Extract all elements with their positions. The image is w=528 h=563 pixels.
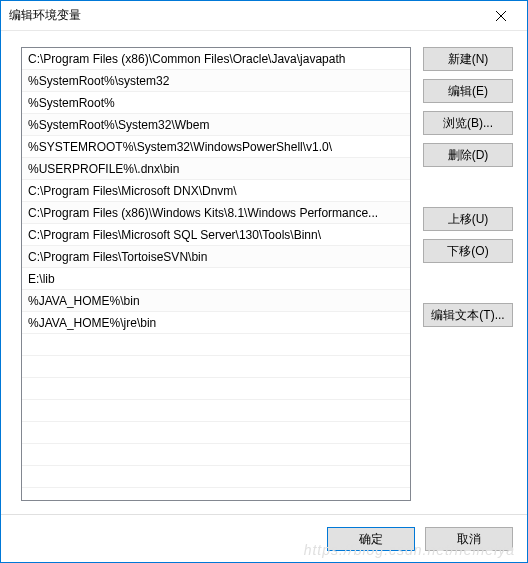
list-empty-row	[22, 378, 410, 400]
delete-button[interactable]: 删除(D)	[423, 143, 513, 167]
list-item[interactable]: %SystemRoot%	[22, 92, 410, 114]
footer: 确定 取消 https://blog.csdn.net/heiheiya	[1, 514, 527, 562]
list-item[interactable]: E:\lib	[22, 268, 410, 290]
spacer	[423, 271, 513, 295]
list-item[interactable]: %USERPROFILE%\.dnx\bin	[22, 158, 410, 180]
list-item[interactable]: %SystemRoot%\system32	[22, 70, 410, 92]
spacer	[423, 175, 513, 199]
list-item[interactable]: C:\Program Files\Microsoft SQL Server\13…	[22, 224, 410, 246]
edit-button[interactable]: 编辑(E)	[423, 79, 513, 103]
list-item[interactable]: C:\Program Files (x86)\Common Files\Orac…	[22, 48, 410, 70]
list-empty-row	[22, 466, 410, 488]
list-container: C:\Program Files (x86)\Common Files\Orac…	[21, 47, 411, 504]
close-button[interactable]	[478, 1, 523, 30]
list-item[interactable]: %JAVA_HOME%\bin	[22, 290, 410, 312]
movedown-button[interactable]: 下移(O)	[423, 239, 513, 263]
list-empty-row	[22, 400, 410, 422]
ok-button[interactable]: 确定	[327, 527, 415, 551]
cancel-button[interactable]: 取消	[425, 527, 513, 551]
list-empty-row	[22, 334, 410, 356]
list-empty-row	[22, 356, 410, 378]
list-empty-row	[22, 422, 410, 444]
list-item[interactable]: %JAVA_HOME%\jre\bin	[22, 312, 410, 334]
new-button[interactable]: 新建(N)	[423, 47, 513, 71]
path-listbox[interactable]: C:\Program Files (x86)\Common Files\Orac…	[21, 47, 411, 501]
list-item[interactable]: %SystemRoot%\System32\Wbem	[22, 114, 410, 136]
list-item[interactable]: C:\Program Files\Microsoft DNX\Dnvm\	[22, 180, 410, 202]
list-item[interactable]: %SYSTEMROOT%\System32\WindowsPowerShell\…	[22, 136, 410, 158]
moveup-button[interactable]: 上移(U)	[423, 207, 513, 231]
edittext-button[interactable]: 编辑文本(T)...	[423, 303, 513, 327]
close-icon	[496, 11, 506, 21]
list-item[interactable]: C:\Program Files\TortoiseSVN\bin	[22, 246, 410, 268]
list-item[interactable]: C:\Program Files (x86)\Windows Kits\8.1\…	[22, 202, 410, 224]
content-area: C:\Program Files (x86)\Common Files\Orac…	[1, 31, 527, 514]
window-title: 编辑环境变量	[9, 7, 478, 24]
list-empty-row	[22, 444, 410, 466]
titlebar: 编辑环境变量	[1, 1, 527, 31]
button-column: 新建(N) 编辑(E) 浏览(B)... 删除(D) 上移(U) 下移(O) 编…	[423, 47, 513, 504]
browse-button[interactable]: 浏览(B)...	[423, 111, 513, 135]
dialog-window: 编辑环境变量 C:\Program Files (x86)\Common Fil…	[0, 0, 528, 563]
